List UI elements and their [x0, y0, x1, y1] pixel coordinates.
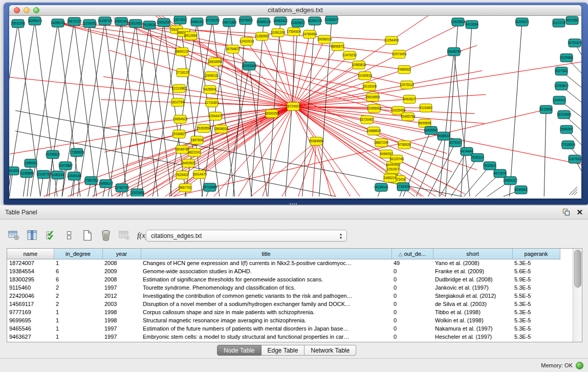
table-row[interactable]: 946362711997Embryonic stem cells: a mode… [7, 333, 560, 341]
network-node[interactable]: 20206526 [46, 150, 60, 159]
network-node[interactable]: 1117278 [553, 19, 565, 27]
network-edge[interactable] [544, 110, 546, 196]
table-row[interactable]: 969969511998Structural magnetic resonanc… [7, 316, 560, 324]
network-node[interactable]: 1733426 [397, 183, 410, 191]
network-edge[interactable] [210, 106, 293, 196]
network-edge[interactable] [251, 22, 264, 196]
network-node[interactable]: 10719155 [205, 16, 220, 25]
network-node[interactable]: 9890137 [176, 48, 189, 56]
table-cell[interactable]: 18724007 [7, 259, 54, 267]
table-cell[interactable]: Nakamura et al. (1997) [433, 324, 512, 333]
table-cell[interactable]: 2009 [102, 267, 141, 275]
network-node[interactable]: 16983128 [256, 18, 271, 26]
network-node[interactable]: 12975115 [400, 81, 414, 89]
network-node[interactable]: 18807249 [374, 139, 389, 147]
column-header-name[interactable]: name [7, 249, 54, 259]
table-cell[interactable]: Structural magnetic resonance image aver… [141, 316, 391, 324]
network-node[interactable]: 7485063 [398, 65, 411, 74]
network-node[interactable]: 16782759 [115, 184, 129, 192]
network-window-titlebar[interactable]: citations_edges.txt [9, 5, 581, 16]
memory-ok-icon[interactable] [576, 362, 583, 369]
table-cell[interactable]: 2 [54, 292, 102, 300]
table-cell[interactable]: 18300295 [7, 275, 54, 283]
network-node[interactable]: 10975887 [58, 162, 73, 170]
network-node[interactable]: 14136141 [374, 183, 389, 191]
network-node[interactable]: 1887834 [191, 136, 204, 144]
table-cell[interactable]: Corpus callosum shape and size in male p… [141, 308, 391, 316]
network-node[interactable]: 21350993 [255, 32, 270, 40]
network-edge[interactable] [414, 136, 444, 196]
network-node[interactable]: 10688609 [366, 127, 381, 135]
table-row[interactable]: 946554611997Estimation of the future num… [7, 324, 560, 333]
network-node[interactable]: 16155709 [98, 17, 113, 25]
network-node[interactable]: 10654112 [503, 177, 517, 185]
network-node[interactable]: 15751874 [568, 39, 581, 47]
network-node[interactable]: 12923468 [130, 189, 145, 196]
table-cell[interactable]: 0 [391, 300, 433, 308]
network-node[interactable]: 1145194 [52, 171, 64, 179]
network-node[interactable]: 19096018 [317, 35, 332, 43]
network-node[interactable]: 1527602 [174, 16, 187, 24]
table-cell[interactable]: 5.3E-5 [512, 308, 560, 316]
table-cell[interactable]: 2003 [102, 300, 141, 308]
close-panel-icon[interactable]: ✕ [576, 208, 583, 216]
network-edge[interactable] [316, 141, 353, 196]
network-edge[interactable] [293, 106, 363, 196]
table-cell[interactable]: 5.9E-5 [512, 275, 560, 283]
table-cell[interactable]: Stergiakouli et al. (2012) [433, 292, 512, 300]
network-node[interactable]: 9391594 [9, 167, 19, 175]
column-header-pagerank[interactable]: pagerank [512, 249, 560, 259]
network-canvas[interactable]: 2051130618295470140557241967212011239263… [9, 16, 581, 196]
network-edge[interactable] [293, 62, 581, 106]
network-edge[interactable] [426, 143, 455, 196]
scrollbar-thumb[interactable] [574, 250, 581, 288]
table-cell[interactable]: 2 [54, 300, 102, 308]
network-node[interactable]: 12646131 [204, 72, 219, 80]
table-cell[interactable]: 1 [54, 259, 102, 267]
table-cell[interactable]: 1 [54, 308, 102, 316]
network-node[interactable]: 16210643 [557, 111, 572, 119]
table-cell[interactable]: 0 [391, 283, 433, 292]
network-node[interactable]: 1167531 [569, 155, 581, 163]
network-node[interactable]: 6938923 [438, 132, 450, 140]
table-cell[interactable]: 0 [391, 324, 433, 333]
table-cell[interactable]: 2008 [102, 275, 141, 283]
network-node[interactable]: 10391209 [271, 29, 286, 37]
network-node[interactable]: 6379197 [449, 139, 462, 147]
table-cell[interactable]: 19384554 [7, 267, 54, 275]
network-node[interactable]: 10933504 [451, 18, 466, 26]
table-cell[interactable]: 5.5E-5 [512, 292, 560, 300]
network-node[interactable]: 7615526 [143, 21, 156, 29]
table-cell[interactable]: Yano et al. (2008) [433, 259, 512, 267]
network-node[interactable]: 16754872 [226, 45, 241, 53]
new-table-icon[interactable] [81, 229, 94, 242]
table-cell[interactable]: Wolkin et al. (1998) [433, 316, 512, 324]
network-node[interactable]: 1810754 [171, 98, 184, 106]
table-cell[interactable]: 9777169 [7, 308, 54, 316]
table-cell[interactable]: 6 [54, 267, 102, 275]
network-edge[interactable] [58, 23, 81, 196]
table-cell[interactable]: Hescheler et al. (1997) [433, 333, 512, 341]
network-node[interactable]: 9227341 [555, 67, 568, 75]
table-row[interactable]: 1938455462009Genome-wide association stu… [7, 267, 560, 275]
table-cell[interactable]: Investigating the contribution of common… [141, 292, 391, 300]
network-node[interactable]: 18300295 [265, 110, 279, 118]
select-all-columns-icon[interactable] [44, 229, 57, 242]
table-cell[interactable]: 9465546 [7, 324, 54, 333]
network-edge[interactable] [409, 95, 486, 99]
resize-grip-icon[interactable] [569, 187, 577, 195]
table-row[interactable]: 911546021997Tourette syndrome. Phenomeno… [7, 283, 560, 292]
network-edge[interactable] [136, 23, 164, 196]
network-node[interactable]: 15353594 [197, 124, 211, 133]
table-selector-dropdown[interactable]: citations_edges.txt ▲▼ [146, 230, 347, 242]
network-node[interactable]: 12505185 [67, 172, 82, 180]
network-node[interactable]: 15976920 [238, 16, 253, 25]
table-cell[interactable]: 1 [54, 316, 102, 324]
network-node[interactable]: 1244413 [553, 96, 566, 104]
network-edge[interactable] [121, 25, 149, 196]
network-node[interactable]: 2485224 [384, 174, 397, 182]
table-cell[interactable]: Embryonic stem cells: a model to study s… [141, 333, 391, 341]
network-node[interactable]: 12410018 [239, 37, 254, 46]
network-edge[interactable] [61, 166, 66, 196]
network-edge[interactable] [460, 166, 490, 196]
